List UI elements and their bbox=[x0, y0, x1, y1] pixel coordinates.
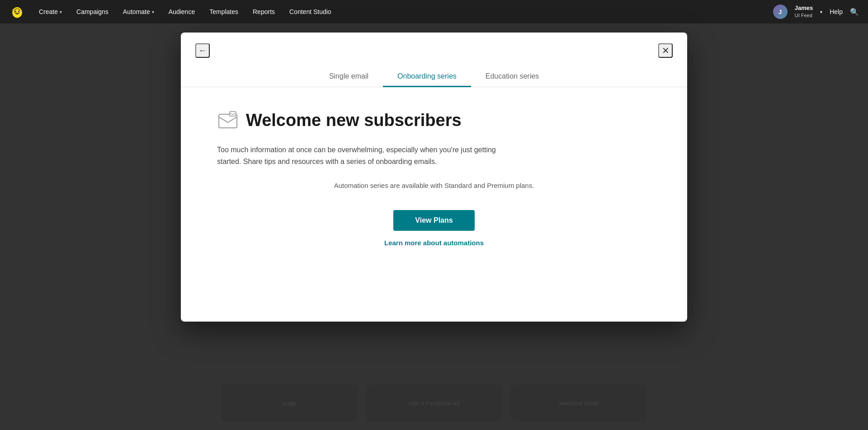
svg-point-4 bbox=[19, 11, 22, 13]
help-link[interactable]: Help bbox=[830, 8, 843, 15]
modal-content: Welcome new subscribers Too much informa… bbox=[181, 87, 687, 274]
nav-content-studio[interactable]: Content Studio bbox=[284, 5, 337, 18]
modal-description: Too much information at once can be over… bbox=[217, 144, 497, 167]
modal-notice: Automation series are available with Sta… bbox=[217, 182, 651, 189]
user-info: James UI Feed bbox=[795, 5, 813, 19]
svg-point-2 bbox=[15, 11, 17, 12]
nav-reports[interactable]: Reports bbox=[247, 5, 280, 18]
nav-audience[interactable]: Audience bbox=[163, 5, 200, 18]
nav-right-section: J James UI Feed ▾ Help 🔍 bbox=[773, 5, 859, 19]
user-dropdown-icon[interactable]: ▾ bbox=[820, 9, 822, 14]
automate-chevron-icon: ▾ bbox=[152, 9, 154, 14]
modal-dialog: ← ✕ Single email Onboarding series Educa… bbox=[181, 33, 687, 322]
tab-single-email[interactable]: Single email bbox=[315, 67, 383, 87]
close-icon: ✕ bbox=[662, 45, 670, 56]
view-plans-button[interactable]: View Plans bbox=[393, 210, 474, 231]
modal-overlay: ← ✕ Single email Onboarding series Educa… bbox=[0, 23, 868, 430]
close-button[interactable]: ✕ bbox=[658, 43, 673, 58]
modal-header: ← ✕ bbox=[181, 33, 687, 58]
modal-tabs: Single email Onboarding series Education… bbox=[181, 58, 687, 87]
modal-title: Welcome new subscribers bbox=[246, 111, 462, 130]
nav-create[interactable]: Create ▾ bbox=[33, 5, 67, 18]
tab-onboarding-series[interactable]: Onboarding series bbox=[383, 67, 471, 87]
back-button[interactable]: ← bbox=[195, 43, 210, 58]
modal-title-row: Welcome new subscribers bbox=[217, 110, 462, 131]
tab-education-series[interactable]: Education series bbox=[471, 67, 553, 87]
nav-campaigns[interactable]: Campaigns bbox=[71, 5, 114, 18]
email-series-icon bbox=[217, 110, 239, 131]
navbar: Create ▾ Campaigns Automate ▾ Audience T… bbox=[0, 0, 868, 23]
back-arrow-icon: ← bbox=[198, 46, 207, 56]
create-chevron-icon: ▾ bbox=[60, 9, 62, 14]
mailchimp-logo[interactable] bbox=[9, 4, 25, 20]
nav-automate[interactable]: Automate ▾ bbox=[118, 5, 160, 18]
learn-more-link[interactable]: Learn more about automations bbox=[384, 239, 484, 247]
avatar[interactable]: J bbox=[773, 5, 788, 19]
svg-point-3 bbox=[18, 11, 19, 12]
modal-actions: Automation series are available with Sta… bbox=[217, 182, 651, 247]
search-icon[interactable]: 🔍 bbox=[850, 8, 859, 16]
nav-templates[interactable]: Templates bbox=[204, 5, 244, 18]
user-name: James bbox=[795, 5, 813, 12]
user-feed: UI Feed bbox=[795, 12, 813, 19]
